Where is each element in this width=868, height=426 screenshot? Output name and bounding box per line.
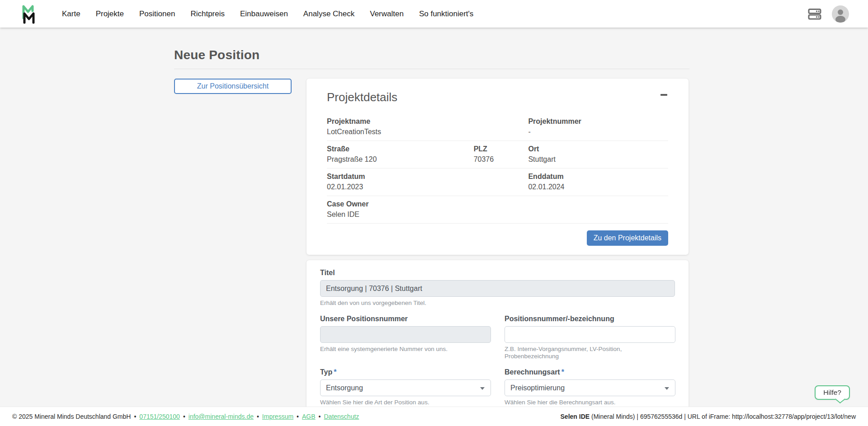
project-details-table: Projektname LotCreationTests Projektnumm… [327, 113, 668, 224]
plz-label: PLZ [474, 145, 528, 154]
ort-label: Ort [528, 145, 668, 154]
footer-agb-link[interactable]: AGB [293, 413, 315, 420]
ort-value: Stuttgart [528, 155, 668, 164]
page-title: Neue Position [174, 48, 689, 62]
footer-company-info: © 2025 Mineral Minds Deutschland GmbH071… [12, 413, 359, 420]
enddatum-label: Enddatum [528, 172, 668, 181]
strasse-value: Pragstraße 120 [327, 155, 474, 164]
projektname-label: Projektname [327, 117, 528, 126]
our-position-number-help-text: Erhält eine systemgenerierte Nummer von … [320, 346, 491, 353]
case-owner-value: Selen IDE [327, 210, 528, 219]
projektnummer-label: Projektnummer [528, 117, 668, 126]
berechnungsart-select[interactable]: Preisoptimierung [505, 379, 675, 396]
typ-help-text: Wählen Sie hier die Art der Position aus… [320, 399, 491, 406]
project-details-card: Projektdetails Projektname LotCreationTe… [307, 79, 689, 255]
side-column: Zur Positionsübersicht [174, 79, 292, 94]
nav-item-verwalten[interactable]: Verwalten [362, 7, 411, 21]
typ-label: Typ* [320, 368, 491, 377]
startdatum-label: Startdatum [327, 172, 528, 181]
main-content: Neue Position Zur Positionsübersicht Pro… [0, 28, 689, 426]
projektname-value: LotCreationTests [327, 127, 528, 136]
position-number-input[interactable] [505, 326, 675, 343]
cards-column: Projektdetails Projektname LotCreationTe… [307, 79, 689, 426]
berechnungsart-select-value: Preisoptimierung [510, 384, 565, 392]
typ-group: Typ* Entsorgung Wählen Sie hier die Art … [320, 368, 491, 406]
nav-item-analyse-check[interactable]: Analyse Check [296, 7, 362, 21]
startdatum-value: 02.01.2023 [327, 183, 528, 192]
nav-item-einbauweisen[interactable]: Einbauweisen [232, 7, 296, 21]
table-row: Straße Pragstraße 120 PLZ 70376 Ort Stut… [327, 141, 668, 169]
our-position-number-group: Unsere Positionsnummer Erhält eine syste… [320, 314, 491, 360]
titel-help-text: Erhält den von uns vorgegebenen Titel. [320, 300, 675, 307]
berechnungsart-group: Berechnungsart* Preisoptimierung Wählen … [505, 368, 675, 406]
main-nav: Karte Projekte Positionen Richtpreis Ein… [54, 7, 481, 21]
required-asterisk: * [334, 368, 336, 376]
case-owner-label: Case Owner [327, 200, 528, 209]
footer-email-link[interactable]: info@mineral-minds.de [180, 413, 254, 420]
titel-input [320, 280, 675, 297]
berechnungsart-help-text: Wählen Sie hier die Berechnungsart aus. [505, 399, 675, 406]
footer-session-info: Selen IDE (Mineral Minds) | 69576255536d… [561, 413, 856, 420]
navbar-actions [807, 5, 849, 23]
copyright-text: © 2025 Mineral Minds Deutschland GmbH [12, 413, 131, 420]
table-row: Projektname LotCreationTests Projektnumm… [327, 113, 668, 141]
position-overview-button[interactable]: Zur Positionsübersicht [174, 79, 292, 94]
to-project-details-button[interactable]: Zu den Projektdetails [587, 230, 668, 246]
user-avatar-icon[interactable] [832, 5, 849, 23]
table-row: Case Owner Selen IDE [327, 196, 668, 224]
footer: © 2025 Mineral Minds Deutschland GmbH071… [0, 407, 868, 426]
strasse-label: Straße [327, 145, 474, 154]
position-number-help-text: Z.B. Interne-Vorgangsnummer, LV-Position… [505, 346, 675, 360]
project-card-title: Projektdetails [327, 90, 397, 104]
nav-item-karte[interactable]: Karte [54, 7, 88, 21]
server-icon[interactable] [807, 7, 822, 21]
projektnummer-value: - [528, 127, 668, 136]
our-position-number-input [320, 326, 491, 343]
mineral-minds-logo-icon[interactable] [17, 4, 38, 24]
top-navbar: Karte Projekte Positionen Richtpreis Ein… [0, 0, 868, 28]
berechnungsart-label: Berechnungsart* [505, 368, 675, 377]
position-number-group: Positionsnummer/-bezeichnung Z.B. Intern… [505, 314, 675, 360]
title-divider [174, 69, 689, 69]
footer-phone-link[interactable]: 07151/250100 [131, 413, 179, 420]
session-details: (Mineral Minds) | 69576255536d | URL of … [590, 413, 856, 420]
our-position-number-label: Unsere Positionsnummer [320, 314, 491, 323]
enddatum-value: 02.01.2024 [528, 183, 668, 192]
position-number-label: Positionsnummer/-bezeichnung [505, 314, 675, 323]
help-button[interactable]: Hilfe? [815, 385, 850, 400]
nav-item-richtpreis[interactable]: Richtpreis [183, 7, 232, 21]
nav-item-positionen[interactable]: Positionen [132, 7, 183, 21]
table-row: Startdatum 02.01.2023 Enddatum 02.01.202… [327, 169, 668, 196]
chevron-down-icon [665, 387, 669, 390]
session-user: Selen IDE [561, 413, 590, 420]
nav-item-projekte[interactable]: Projekte [88, 7, 132, 21]
new-position-form-card: Titel Erhält den von uns vorgegebenen Ti… [307, 260, 689, 426]
plz-value: 70376 [474, 155, 528, 164]
collapse-card-button[interactable] [660, 90, 668, 99]
titel-group: Titel Erhält den von uns vorgegebenen Ti… [320, 268, 675, 307]
footer-impressum-link[interactable]: Impressum [254, 413, 293, 420]
footer-datenschutz-link[interactable]: Datenschutz [316, 413, 359, 420]
required-asterisk: * [561, 368, 564, 376]
chevron-down-icon [480, 387, 485, 390]
typ-select[interactable]: Entsorgung [320, 379, 491, 396]
nav-item-so-funktionierts[interactable]: So funktioniert's [411, 7, 481, 21]
titel-label: Titel [320, 268, 675, 277]
minus-icon [660, 94, 667, 96]
typ-select-value: Entsorgung [326, 384, 363, 392]
